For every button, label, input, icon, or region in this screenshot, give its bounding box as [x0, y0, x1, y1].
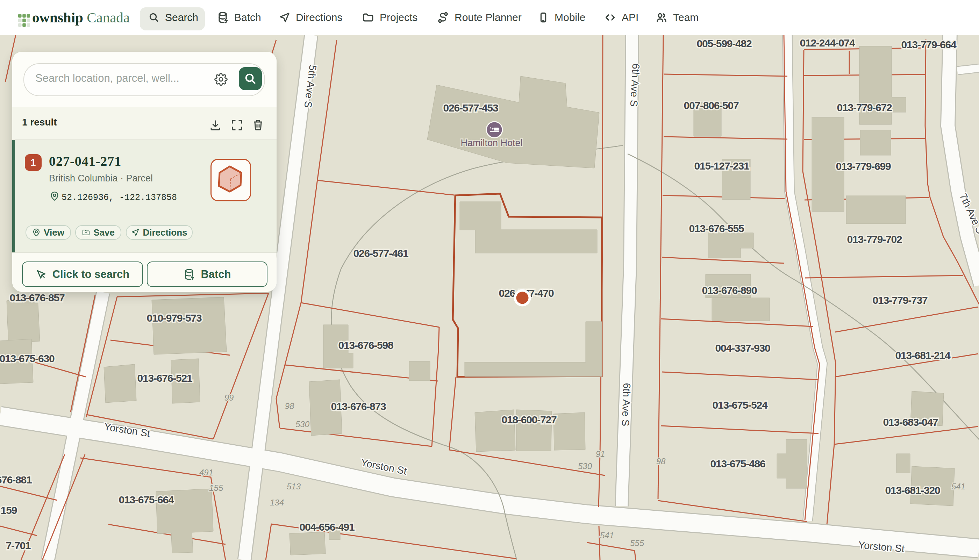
- svg-text:7-701: 7-701: [6, 540, 31, 551]
- svg-text:013-676-857: 013-676-857: [10, 292, 65, 303]
- svg-text:98: 98: [285, 401, 294, 411]
- svg-text:Hamilton Hotel: Hamilton Hotel: [460, 138, 522, 148]
- svg-text:013-779-737: 013-779-737: [873, 294, 927, 306]
- svg-text:134: 134: [270, 498, 284, 507]
- svg-text:99: 99: [225, 393, 234, 402]
- svg-text:015-127-231: 015-127-231: [694, 160, 749, 172]
- svg-text:018-600-727: 018-600-727: [502, 414, 557, 425]
- svg-text:013-675-630: 013-675-630: [0, 353, 55, 364]
- svg-text:026-577-453: 026-577-453: [444, 102, 498, 113]
- svg-text:013-683-047: 013-683-047: [883, 416, 938, 428]
- svg-text:013-676-881: 013-676-881: [0, 474, 32, 485]
- svg-text:004-337-930: 004-337-930: [715, 342, 770, 354]
- svg-text:555: 555: [630, 538, 644, 548]
- svg-text:91: 91: [596, 449, 605, 458]
- svg-text:6th Ave S: 6th Ave S: [628, 63, 642, 107]
- svg-text:013-779-702: 013-779-702: [847, 233, 902, 245]
- svg-text:026-577-461: 026-577-461: [354, 247, 409, 259]
- svg-text:013-675-524: 013-675-524: [712, 399, 768, 411]
- svg-text:513: 513: [287, 482, 301, 491]
- svg-text:013-681-214: 013-681-214: [896, 350, 951, 361]
- svg-text:013-676-873: 013-676-873: [331, 401, 386, 412]
- svg-text:155: 155: [209, 483, 223, 493]
- svg-text:159: 159: [1, 504, 17, 516]
- svg-text:013-779-672: 013-779-672: [837, 102, 892, 113]
- svg-text:6th Ave S: 6th Ave S: [620, 383, 632, 427]
- svg-text:013-681-320: 013-681-320: [885, 485, 940, 496]
- svg-text:013-675-664: 013-675-664: [119, 494, 174, 505]
- svg-text:013-675-486: 013-675-486: [710, 458, 766, 470]
- svg-text:541: 541: [600, 531, 614, 540]
- svg-text:013-676-555: 013-676-555: [689, 223, 744, 234]
- svg-text:005-599-482: 005-599-482: [697, 38, 752, 49]
- svg-text:541: 541: [951, 482, 966, 491]
- svg-text:013-676-890: 013-676-890: [702, 285, 757, 296]
- svg-text:98: 98: [656, 457, 666, 466]
- svg-text:013-676-598: 013-676-598: [339, 340, 394, 351]
- svg-text:530: 530: [578, 462, 592, 471]
- svg-text:013-779-699: 013-779-699: [836, 160, 891, 172]
- svg-text:013-676-521: 013-676-521: [137, 372, 192, 384]
- svg-text:530: 530: [295, 420, 310, 429]
- svg-text:012-244-074: 012-244-074: [800, 37, 855, 48]
- svg-text:491: 491: [199, 468, 213, 477]
- svg-text:004-656-491: 004-656-491: [300, 521, 355, 533]
- svg-text:007-806-507: 007-806-507: [684, 100, 739, 111]
- svg-text:013-779-664: 013-779-664: [901, 39, 957, 50]
- svg-text:010-979-573: 010-979-573: [147, 312, 202, 324]
